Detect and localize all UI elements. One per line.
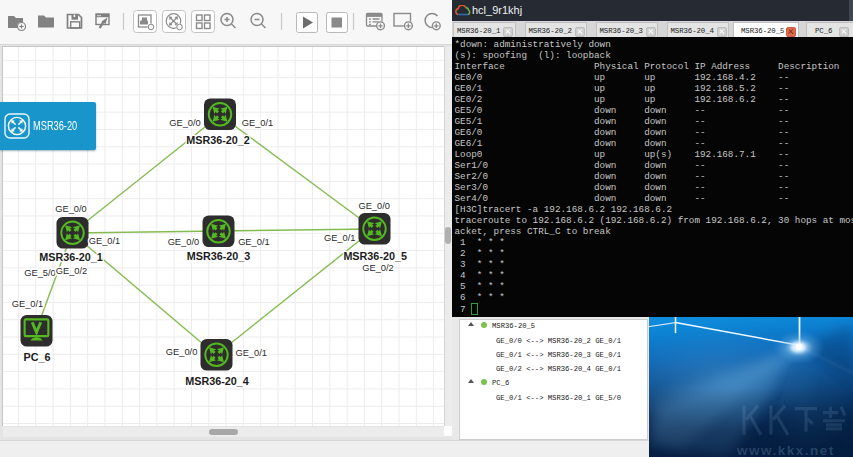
svg-text:GE_0/1: GE_0/1 bbox=[235, 348, 267, 358]
svg-text:GE_0/0: GE_0/0 bbox=[358, 201, 390, 211]
svg-text:GE_0/2: GE_0/2 bbox=[56, 266, 88, 276]
svg-text:GE_0/0: GE_0/0 bbox=[55, 204, 87, 214]
svg-text:MSR36-20_1: MSR36-20_1 bbox=[39, 251, 103, 263]
svg-text:MSR36-20_5: MSR36-20_5 bbox=[343, 250, 407, 262]
svg-text:PC_6: PC_6 bbox=[23, 351, 50, 363]
svg-text:GE_0/0: GE_0/0 bbox=[169, 118, 201, 128]
svg-text:GE_0/1: GE_0/1 bbox=[89, 236, 121, 246]
svg-text:MSR36-20_3: MSR36-20_3 bbox=[187, 250, 251, 262]
svg-text:GE_5/0: GE_5/0 bbox=[24, 268, 56, 278]
svg-text:GE_0/1: GE_0/1 bbox=[238, 237, 270, 247]
svg-text:GE_0/2: GE_0/2 bbox=[362, 263, 394, 273]
svg-text:GE_0/1: GE_0/1 bbox=[324, 233, 356, 243]
svg-text:GE_0/1: GE_0/1 bbox=[242, 118, 274, 128]
svg-text:GE_0/1: GE_0/1 bbox=[12, 299, 44, 309]
svg-text:GE_0/0: GE_0/0 bbox=[168, 237, 200, 247]
svg-text:MSR36-20_4: MSR36-20_4 bbox=[185, 375, 249, 387]
svg-text:MSR36-20_2: MSR36-20_2 bbox=[186, 134, 250, 146]
svg-text:www.kkx.net: www.kkx.net bbox=[736, 443, 835, 457]
svg-text:GE_0/0: GE_0/0 bbox=[166, 347, 198, 357]
